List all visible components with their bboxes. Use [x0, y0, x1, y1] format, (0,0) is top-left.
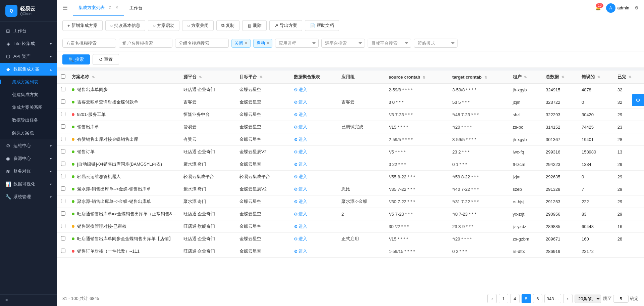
start-button[interactable]: ○ 方案启动 [148, 20, 179, 31]
row-checkbox[interactable] [61, 236, 65, 241]
sort-icon[interactable]: ⇅ [423, 76, 425, 79]
reset-button[interactable]: ↺ 重置 [93, 54, 119, 65]
row-checkbox[interactable] [61, 224, 65, 228]
sidebar-item-lite[interactable]: ◈ Lite 轻集成 ▾ [0, 37, 57, 50]
report-link[interactable]: ⚙ 进入 [294, 248, 307, 254]
prev-page-button[interactable]: ‹ [487, 294, 497, 303]
notification-button[interactable]: 🔔 10 [595, 5, 601, 10]
sort-icon[interactable]: ⇅ [524, 75, 527, 79]
strategy-mode-select[interactable]: 策略模式 [414, 39, 458, 48]
add-button[interactable]: + 新增集成方案 [62, 20, 103, 31]
row-checkbox[interactable] [61, 137, 65, 141]
sidebar-item-ops[interactable]: ⚙ 运维中心 ▾ [0, 139, 57, 152]
row-checkbox[interactable] [61, 149, 65, 154]
group-name-input[interactable] [175, 39, 229, 48]
report-link[interactable]: ⚙ 进入 [294, 199, 307, 205]
go-label: 跳至 [603, 296, 612, 302]
row-checkbox[interactable] [61, 99, 65, 104]
sort-icon[interactable]: ⇅ [260, 75, 262, 79]
sidebar-item-create-solution[interactable]: 创建集成方案 [0, 88, 57, 101]
row-checkbox[interactable] [61, 249, 65, 253]
delete-button[interactable]: 🗑 删除 [242, 20, 267, 31]
report-link[interactable]: ⚙ 进入 [294, 186, 307, 192]
page-number-input[interactable] [613, 295, 629, 303]
status-tag-started[interactable]: 启动 ✕ [253, 39, 272, 48]
report-link[interactable]: ⚙ 进入 [294, 161, 307, 167]
row-checkbox[interactable] [61, 186, 65, 191]
report-link[interactable]: ⚙ 进入 [294, 87, 307, 93]
row-checkbox[interactable] [61, 211, 65, 216]
row-checkbox[interactable] [61, 162, 65, 166]
tab-workbench[interactable]: 工作台 [124, 0, 148, 16]
select-all-checkbox[interactable] [61, 74, 65, 79]
sort-icon[interactable]: ⇅ [597, 75, 600, 79]
next-page-button[interactable]: › [563, 294, 573, 303]
topbar-left: ☰ 集成方案列表 C ✕ 工作台 [62, 0, 148, 16]
sidebar-item-solution-relation[interactable]: 集成方案关系图 [0, 101, 57, 114]
report-link[interactable]: ⚙ 进入 [294, 136, 307, 142]
go-to: 跳至 确定 [603, 295, 639, 303]
close-tag-icon[interactable]: ✕ [245, 41, 248, 45]
copy-button[interactable]: ⧉ 复制 [216, 20, 239, 31]
export-button[interactable]: ↗ 导出方案 [269, 20, 302, 31]
row-checkbox[interactable] [61, 199, 65, 203]
sidebar-item-workbench[interactable]: ⊞ 工作台 [0, 25, 57, 37]
tenant-name-input[interactable] [119, 39, 172, 48]
page-btn-6[interactable]: 6 [533, 294, 542, 303]
page-btn-1[interactable]: 1 [499, 294, 508, 303]
sidebar-item-solution-package[interactable]: 解决方案包 [0, 127, 57, 139]
th-name: 方案名称 ⇅ [69, 71, 181, 84]
edit-basic-button[interactable]: ○ 批改基本信息 [105, 20, 146, 31]
row-checkbox[interactable] [61, 87, 65, 91]
sidebar-item-resource[interactable]: ◉ 资源中心 ▾ [0, 152, 57, 165]
sidebar-item-sysadmin[interactable]: 🔧 系统管理 ▾ [0, 190, 57, 203]
fab-button[interactable]: ⚙ [632, 94, 644, 106]
close-tag-icon[interactable]: ✕ [266, 41, 269, 45]
report-link[interactable]: ⚙ 进入 [294, 149, 307, 155]
help-button[interactable]: 📄 帮助文档 [305, 20, 339, 31]
report-link[interactable]: ⚙ 进入 [294, 99, 307, 105]
sidebar-item-data-integration[interactable]: ◆ 数据集成方案 ▴ [0, 63, 57, 76]
sidebar-bottom[interactable]: ≡ [0, 294, 57, 306]
report-link[interactable]: ⚙ 进入 [294, 236, 307, 242]
sidebar-item-solution-list[interactable]: 集成方案列表 [0, 76, 57, 88]
sort-icon[interactable]: ⇅ [199, 75, 202, 79]
tab-close-icon[interactable]: C [109, 6, 111, 10]
sidebar-item-dataviz[interactable]: 📊 数据可视化 ▾ [0, 178, 57, 190]
sort-icon[interactable]: ⇅ [92, 75, 95, 79]
sidebar-item-export-task[interactable]: 数据导出任务 [0, 114, 57, 127]
finance-icon: ≋ [5, 169, 11, 174]
row-source: 旺店通·企业奇门 [181, 233, 237, 245]
target-platform-select[interactable]: 目标平台搜索 [368, 39, 411, 48]
report-link[interactable]: ⚙ 进入 [294, 223, 307, 229]
page-btn-total[interactable]: 343 ... [544, 294, 561, 303]
user-info[interactable]: A admin [606, 3, 629, 13]
search-button[interactable]: 🔍 搜索 [62, 54, 90, 64]
report-link[interactable]: ⚙ 进入 [294, 124, 307, 130]
settings-icon[interactable]: ⚙ [635, 5, 639, 10]
source-platform-select[interactable]: 源平台搜索 [321, 39, 365, 48]
tab-close-x[interactable]: ✕ [115, 5, 118, 10]
menu-toggle-icon[interactable]: ☰ [62, 4, 68, 12]
row-report: ⚙ 进入 [291, 84, 339, 96]
app-process-select[interactable]: 应用进程 [275, 39, 319, 48]
page-size-select[interactable]: 20条/页 [575, 295, 601, 303]
row-checkbox[interactable] [61, 174, 65, 178]
plan-name-input[interactable] [62, 39, 116, 48]
report-link[interactable]: ⚙ 进入 [294, 112, 307, 118]
page-btn-5[interactable]: 5 [522, 294, 531, 303]
sort-icon[interactable]: ⇅ [629, 75, 631, 79]
sidebar-logo: Q 轻易云 QCloud [0, 0, 57, 22]
sidebar-item-api[interactable]: ⬡ API 资产 ▾ [0, 50, 57, 63]
sort-icon[interactable]: ⇅ [561, 75, 564, 79]
tab-solution-list[interactable]: 集成方案列表 C ✕ [73, 0, 124, 16]
report-link[interactable]: ⚙ 进入 [294, 211, 307, 217]
row-checkbox[interactable] [61, 112, 65, 116]
close-plan-button[interactable]: ○ 方案关闭 [182, 20, 214, 31]
row-checkbox[interactable] [61, 124, 65, 129]
status-tag-closed[interactable]: 关闭 ✕ [231, 39, 251, 48]
sidebar-item-finance[interactable]: ≋ 财务对账 ▾ [0, 165, 57, 178]
page-btn-4[interactable]: 4 [510, 294, 520, 303]
sort-icon[interactable]: ⇅ [484, 76, 487, 79]
report-link[interactable]: ⚙ 进入 [294, 174, 307, 180]
